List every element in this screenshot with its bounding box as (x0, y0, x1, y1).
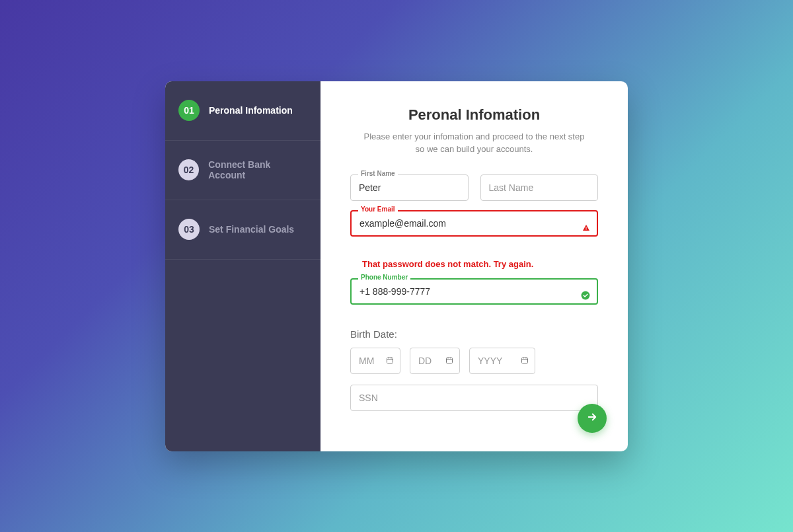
svg-rect-0 (586, 227, 587, 229)
step-connect-bank-account[interactable]: 02 Connect Bank Account (165, 141, 321, 200)
last-name-field[interactable] (480, 174, 599, 201)
email-label: Your Email (358, 206, 398, 213)
birth-month-wrap (350, 348, 400, 374)
ssn-field[interactable] (350, 385, 598, 411)
phone-field-wrap: Phone Number (350, 278, 598, 315)
ssn-field-wrap (350, 385, 598, 422)
step-label: Peronal Infomation (209, 105, 293, 116)
birth-day-wrap (410, 348, 460, 374)
step-label: Connect Bank Account (208, 159, 307, 180)
birth-date-label: Birth Date: (350, 328, 598, 340)
birth-day-field[interactable] (410, 348, 460, 374)
wizard-card: 01 Peronal Infomation 02 Connect Bank Ac… (165, 81, 628, 451)
wizard-sidebar: 01 Peronal Infomation 02 Connect Bank Ac… (165, 81, 321, 451)
first-name-field[interactable] (350, 174, 469, 201)
next-button[interactable] (578, 404, 607, 433)
step-set-financial-goals[interactable]: 03 Set Financial Goals (165, 200, 321, 260)
step-number: 03 (178, 219, 200, 240)
form-panel: Peronal Infomation Please enter your inf… (321, 81, 628, 451)
birth-year-wrap (469, 348, 535, 374)
birth-month-field[interactable] (350, 348, 400, 374)
step-number: 01 (178, 100, 200, 121)
page-title: Peronal Infomation (350, 106, 598, 124)
svg-point-2 (582, 291, 590, 300)
first-name-field-wrap: First Name (350, 174, 469, 201)
warning-icon (582, 223, 590, 235)
birth-year-field[interactable] (469, 348, 535, 374)
last-name-field-wrap (480, 174, 599, 201)
phone-label: Phone Number (358, 274, 410, 281)
page-subtitle: Please enter your infomation and proceed… (350, 130, 598, 156)
first-name-label: First Name (358, 170, 398, 177)
step-label: Set Financial Goals (209, 224, 294, 235)
email-error-message: That password does not match. Try again. (362, 259, 598, 269)
step-number: 02 (178, 159, 199, 180)
email-field-wrap: Your Email (350, 210, 598, 247)
email-field[interactable] (350, 210, 598, 237)
check-circle-icon (581, 291, 590, 303)
svg-rect-1 (586, 229, 587, 229)
phone-field[interactable] (350, 278, 598, 305)
birth-date-row (350, 348, 598, 374)
arrow-right-icon (586, 411, 598, 425)
step-personal-information[interactable]: 01 Peronal Infomation (165, 81, 321, 141)
